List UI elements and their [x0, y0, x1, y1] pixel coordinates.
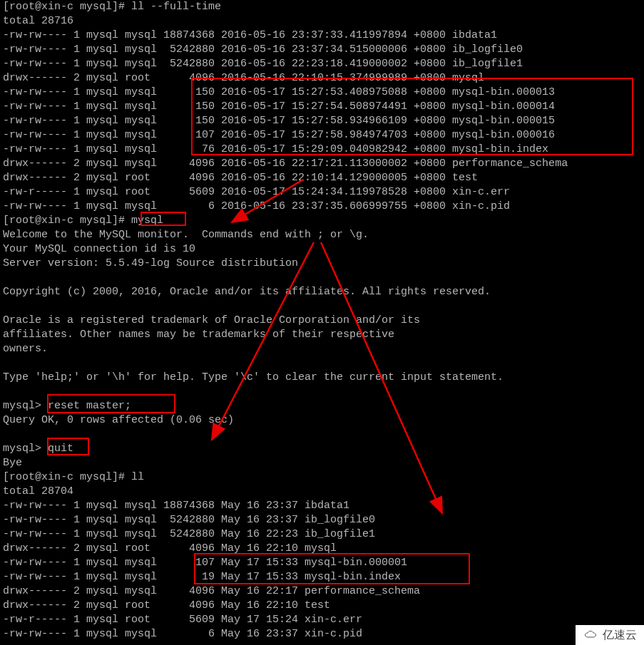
terminal-line: total 28704	[3, 485, 641, 499]
terminal-line	[3, 428, 641, 442]
terminal-line: mysql> quit	[3, 442, 641, 456]
watermark: 亿速云	[576, 625, 644, 645]
terminal-line: drwx------ 2 mysql mysql 4096 2016-05-16…	[3, 157, 641, 171]
terminal-line: -rw-r----- 1 mysql root 5609 May 17 15:2…	[3, 613, 641, 627]
terminal-line: Server version: 5.5.49-log Source distri…	[3, 257, 641, 271]
terminal-line: drwx------ 2 mysql root 4096 2016-05-16 …	[3, 71, 641, 86]
terminal-line: Bye	[3, 456, 641, 470]
terminal-line: mysql> reset master;	[3, 399, 641, 413]
terminal-line: -rw-rw---- 1 mysql mysql 150 2016-05-17 …	[3, 114, 641, 128]
terminal-line: [root@xin-c mysql]# mysql	[3, 214, 641, 228]
terminal-line: owners.	[3, 342, 641, 356]
cloud-icon	[583, 629, 600, 641]
terminal-line: total 28716	[3, 14, 641, 29]
terminal-line: -rw-rw---- 1 mysql mysql 150 2016-05-17 …	[3, 86, 641, 100]
terminal-line: drwx------ 2 mysql mysql 4096 May 16 22:…	[3, 584, 641, 599]
terminal-line: Type 'help;' or '\h' for help. Type '\c'…	[3, 371, 641, 385]
terminal-line: [root@xin-c mysql]# ll	[3, 470, 641, 485]
terminal-line: -rw-rw---- 1 mysql mysql 5242880 2016-05…	[3, 57, 641, 71]
terminal-line	[3, 299, 641, 314]
terminal-line: -rw-rw---- 1 mysql mysql 5242880 2016-05…	[3, 43, 641, 57]
terminal-line: drwx------ 2 mysql root 4096 May 16 22:1…	[3, 542, 641, 556]
terminal-line	[3, 385, 641, 399]
terminal-line: Oracle is a registered trademark of Orac…	[3, 314, 641, 328]
terminal-line	[3, 356, 641, 371]
terminal-line: -rw-rw---- 1 mysql mysql 5242880 May 16 …	[3, 527, 641, 542]
terminal-line: Your MySQL connection id is 10	[3, 242, 641, 257]
terminal-line: -rw-rw---- 1 mysql mysql 18874368 2016-0…	[3, 29, 641, 43]
terminal-line: -rw-rw---- 1 mysql mysql 107 2016-05-17 …	[3, 128, 641, 143]
terminal-line: Query OK, 0 rows affected (0.06 sec)	[3, 413, 641, 428]
terminal-line: -rw-rw---- 1 mysql mysql 150 2016-05-17 …	[3, 100, 641, 114]
terminal-line: -rw-rw---- 1 mysql mysql 18874368 May 16…	[3, 499, 641, 513]
terminal-output: [root@xin-c mysql]# ll --full-timetotal …	[3, 0, 641, 641]
terminal-line: -rw-rw---- 1 mysql mysql 107 May 17 15:3…	[3, 556, 641, 570]
terminal-line: -rw-rw---- 1 mysql mysql 5242880 May 16 …	[3, 513, 641, 527]
terminal-line: -rw-r----- 1 mysql root 5609 2016-05-17 …	[3, 185, 641, 200]
watermark-text: 亿速云	[603, 628, 637, 642]
terminal-line: -rw-rw---- 1 mysql mysql 6 2016-05-16 23…	[3, 200, 641, 214]
terminal-line: Welcome to the MySQL monitor. Commands e…	[3, 228, 641, 242]
terminal-line: [root@xin-c mysql]# ll --full-time	[3, 0, 641, 14]
terminal-line: Copyright (c) 2000, 2016, Oracle and/or …	[3, 285, 641, 299]
terminal-line: -rw-rw---- 1 mysql mysql 76 2016-05-17 1…	[3, 143, 641, 157]
terminal-line: drwx------ 2 mysql root 4096 2016-05-16 …	[3, 171, 641, 185]
terminal-line: drwx------ 2 mysql root 4096 May 16 22:1…	[3, 599, 641, 613]
terminal-line: affiliates. Other names may be trademark…	[3, 328, 641, 342]
terminal-line: -rw-rw---- 1 mysql mysql 19 May 17 15:33…	[3, 570, 641, 584]
terminal-line	[3, 271, 641, 285]
terminal-line: -rw-rw---- 1 mysql mysql 6 May 16 23:37 …	[3, 627, 641, 641]
